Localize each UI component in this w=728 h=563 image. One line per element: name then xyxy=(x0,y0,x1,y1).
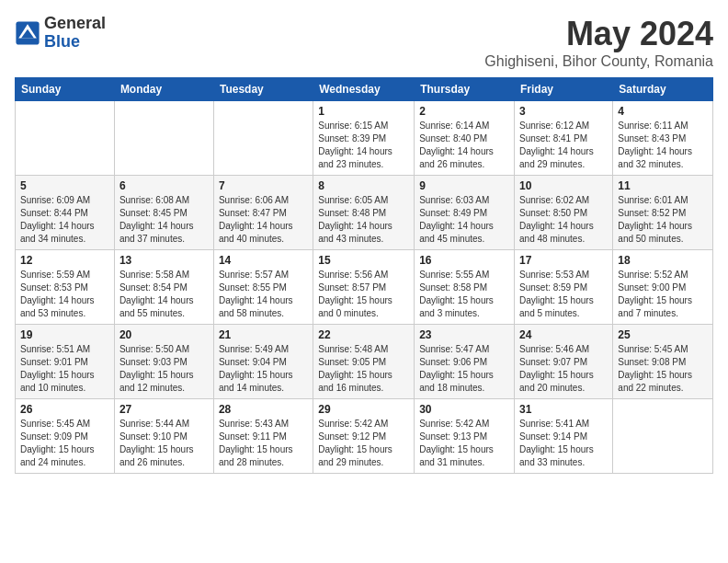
day-number: 4 xyxy=(618,105,708,118)
day-number: 30 xyxy=(419,403,509,416)
logo-general-text: General xyxy=(44,15,106,33)
day-info: Sunrise: 5:51 AM Sunset: 9:01 PM Dayligh… xyxy=(20,343,109,395)
calendar-week-row: 12Sunrise: 5:59 AM Sunset: 8:53 PM Dayli… xyxy=(16,250,713,325)
day-number: 31 xyxy=(519,403,608,416)
title-area: May 2024 Ghighiseni, Bihor County, Roman… xyxy=(484,15,713,70)
calendar-day-cell: 27Sunrise: 5:44 AM Sunset: 9:10 PM Dayli… xyxy=(114,399,213,474)
calendar-day-cell: 15Sunrise: 5:56 AM Sunset: 8:57 PM Dayli… xyxy=(313,250,415,325)
logo-text: General Blue xyxy=(44,15,106,52)
day-info: Sunrise: 5:44 AM Sunset: 9:10 PM Dayligh… xyxy=(119,418,209,469)
day-info: Sunrise: 5:42 AM Sunset: 9:13 PM Dayligh… xyxy=(419,418,509,469)
calendar-body: 1Sunrise: 6:15 AM Sunset: 8:39 PM Daylig… xyxy=(16,101,713,474)
day-number: 2 xyxy=(419,105,509,118)
day-info: Sunrise: 5:59 AM Sunset: 8:53 PM Dayligh… xyxy=(20,269,109,320)
day-number: 5 xyxy=(20,179,109,192)
day-info: Sunrise: 5:47 AM Sunset: 9:06 PM Dayligh… xyxy=(419,343,509,395)
day-number: 23 xyxy=(419,328,509,341)
calendar-week-row: 26Sunrise: 5:45 AM Sunset: 9:09 PM Dayli… xyxy=(16,399,713,474)
day-number: 14 xyxy=(219,254,308,267)
weekday-header-cell: Monday xyxy=(114,78,213,101)
calendar-week-row: 5Sunrise: 6:09 AM Sunset: 8:44 PM Daylig… xyxy=(16,176,713,250)
weekday-header-cell: Friday xyxy=(515,78,613,101)
weekday-header-cell: Tuesday xyxy=(213,78,313,101)
day-number: 27 xyxy=(119,403,209,416)
calendar-day-cell xyxy=(16,101,115,176)
calendar-day-cell: 14Sunrise: 5:57 AM Sunset: 8:55 PM Dayli… xyxy=(213,250,313,325)
day-info: Sunrise: 5:43 AM Sunset: 9:11 PM Dayligh… xyxy=(219,418,308,469)
calendar-day-cell: 28Sunrise: 5:43 AM Sunset: 9:11 PM Dayli… xyxy=(213,399,313,474)
calendar-day-cell: 3Sunrise: 6:12 AM Sunset: 8:41 PM Daylig… xyxy=(515,101,613,176)
calendar-week-row: 1Sunrise: 6:15 AM Sunset: 8:39 PM Daylig… xyxy=(16,101,713,176)
day-number: 22 xyxy=(318,328,409,341)
weekday-header-row: SundayMondayTuesdayWednesdayThursdayFrid… xyxy=(16,78,713,101)
logo-blue-text: Blue xyxy=(44,33,106,52)
day-number: 28 xyxy=(219,403,308,416)
logo: General Blue xyxy=(15,15,106,52)
day-number: 3 xyxy=(519,105,608,118)
logo-icon xyxy=(15,20,40,46)
calendar-day-cell: 1Sunrise: 6:15 AM Sunset: 8:39 PM Daylig… xyxy=(313,101,415,176)
day-info: Sunrise: 5:53 AM Sunset: 8:59 PM Dayligh… xyxy=(519,269,608,320)
day-number: 20 xyxy=(119,328,209,341)
calendar-day-cell xyxy=(613,399,713,474)
day-number: 26 xyxy=(20,403,109,416)
calendar-day-cell: 22Sunrise: 5:48 AM Sunset: 9:05 PM Dayli… xyxy=(313,325,415,399)
day-number: 13 xyxy=(119,254,209,267)
header: General Blue May 2024 Ghighiseni, Bihor … xyxy=(15,15,713,70)
day-number: 7 xyxy=(219,179,308,192)
day-number: 8 xyxy=(318,179,409,192)
calendar-day-cell: 29Sunrise: 5:42 AM Sunset: 9:12 PM Dayli… xyxy=(313,399,415,474)
month-title: May 2024 xyxy=(484,15,713,53)
calendar-day-cell: 13Sunrise: 5:58 AM Sunset: 8:54 PM Dayli… xyxy=(114,250,213,325)
calendar-table: SundayMondayTuesdayWednesdayThursdayFrid… xyxy=(15,77,713,474)
day-number: 12 xyxy=(20,254,109,267)
day-number: 17 xyxy=(519,254,608,267)
calendar-day-cell xyxy=(213,101,313,176)
calendar-day-cell: 8Sunrise: 6:05 AM Sunset: 8:48 PM Daylig… xyxy=(313,176,415,250)
day-info: Sunrise: 6:15 AM Sunset: 8:39 PM Dayligh… xyxy=(318,120,409,171)
calendar-day-cell: 30Sunrise: 5:42 AM Sunset: 9:13 PM Dayli… xyxy=(415,399,515,474)
day-number: 10 xyxy=(519,179,608,192)
calendar-day-cell: 23Sunrise: 5:47 AM Sunset: 9:06 PM Dayli… xyxy=(415,325,515,399)
calendar-day-cell: 31Sunrise: 5:41 AM Sunset: 9:14 PM Dayli… xyxy=(515,399,613,474)
day-info: Sunrise: 5:42 AM Sunset: 9:12 PM Dayligh… xyxy=(318,418,409,469)
calendar-day-cell: 16Sunrise: 5:55 AM Sunset: 8:58 PM Dayli… xyxy=(415,250,515,325)
day-info: Sunrise: 6:01 AM Sunset: 8:52 PM Dayligh… xyxy=(618,194,708,246)
calendar-day-cell: 25Sunrise: 5:45 AM Sunset: 9:08 PM Dayli… xyxy=(613,325,713,399)
day-info: Sunrise: 5:49 AM Sunset: 9:04 PM Dayligh… xyxy=(219,343,308,395)
day-number: 15 xyxy=(318,254,409,267)
calendar-day-cell: 2Sunrise: 6:14 AM Sunset: 8:40 PM Daylig… xyxy=(415,101,515,176)
day-number: 18 xyxy=(618,254,708,267)
calendar-day-cell: 6Sunrise: 6:08 AM Sunset: 8:45 PM Daylig… xyxy=(114,176,213,250)
calendar-day-cell: 4Sunrise: 6:11 AM Sunset: 8:43 PM Daylig… xyxy=(613,101,713,176)
weekday-header-cell: Wednesday xyxy=(313,78,415,101)
day-info: Sunrise: 5:41 AM Sunset: 9:14 PM Dayligh… xyxy=(519,418,608,469)
day-info: Sunrise: 5:57 AM Sunset: 8:55 PM Dayligh… xyxy=(219,269,308,320)
day-info: Sunrise: 5:45 AM Sunset: 9:09 PM Dayligh… xyxy=(20,418,109,469)
weekday-header-cell: Thursday xyxy=(415,78,515,101)
day-info: Sunrise: 5:50 AM Sunset: 9:03 PM Dayligh… xyxy=(119,343,209,395)
calendar-day-cell: 5Sunrise: 6:09 AM Sunset: 8:44 PM Daylig… xyxy=(16,176,115,250)
day-info: Sunrise: 5:55 AM Sunset: 8:58 PM Dayligh… xyxy=(419,269,509,320)
calendar-day-cell: 26Sunrise: 5:45 AM Sunset: 9:09 PM Dayli… xyxy=(16,399,115,474)
day-info: Sunrise: 6:14 AM Sunset: 8:40 PM Dayligh… xyxy=(419,120,509,171)
day-info: Sunrise: 6:03 AM Sunset: 8:49 PM Dayligh… xyxy=(419,194,509,246)
weekday-header-cell: Saturday xyxy=(613,78,713,101)
day-info: Sunrise: 6:02 AM Sunset: 8:50 PM Dayligh… xyxy=(519,194,608,246)
calendar-day-cell xyxy=(114,101,213,176)
calendar-day-cell: 20Sunrise: 5:50 AM Sunset: 9:03 PM Dayli… xyxy=(114,325,213,399)
day-number: 1 xyxy=(318,105,409,118)
calendar-day-cell: 18Sunrise: 5:52 AM Sunset: 9:00 PM Dayli… xyxy=(613,250,713,325)
day-number: 21 xyxy=(219,328,308,341)
day-info: Sunrise: 5:56 AM Sunset: 8:57 PM Dayligh… xyxy=(318,269,409,320)
calendar-day-cell: 12Sunrise: 5:59 AM Sunset: 8:53 PM Dayli… xyxy=(16,250,115,325)
day-info: Sunrise: 5:58 AM Sunset: 8:54 PM Dayligh… xyxy=(119,269,209,320)
calendar-day-cell: 9Sunrise: 6:03 AM Sunset: 8:49 PM Daylig… xyxy=(415,176,515,250)
day-info: Sunrise: 5:52 AM Sunset: 9:00 PM Dayligh… xyxy=(618,269,708,320)
calendar-week-row: 19Sunrise: 5:51 AM Sunset: 9:01 PM Dayli… xyxy=(16,325,713,399)
day-number: 29 xyxy=(318,403,409,416)
calendar-day-cell: 24Sunrise: 5:46 AM Sunset: 9:07 PM Dayli… xyxy=(515,325,613,399)
day-info: Sunrise: 5:45 AM Sunset: 9:08 PM Dayligh… xyxy=(618,343,708,395)
day-number: 25 xyxy=(618,328,708,341)
day-number: 11 xyxy=(618,179,708,192)
